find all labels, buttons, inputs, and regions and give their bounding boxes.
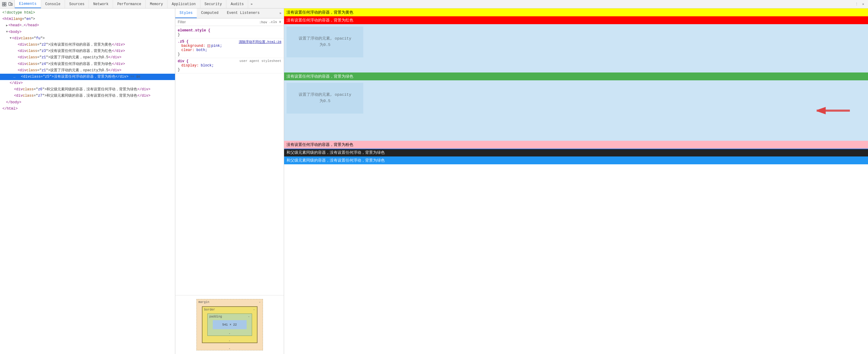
styles-filter-input[interactable]: [178, 20, 257, 24]
dom-line-z6[interactable]: <div class="z6"> 和父级元素同级的容器，没有设置任何浮动，背景为…: [0, 86, 175, 93]
margin-dash-top: -: [259, 300, 260, 304]
svg-rect-0: [2, 2, 4, 4]
page-float-element-1: 设置了浮动的元素, opacity为0.5: [286, 27, 363, 57]
box-size: 541 × 22: [222, 323, 237, 326]
more-options-button[interactable]: ⋮: [854, 2, 859, 7]
dom-line-div-fu[interactable]: ▼ <div class="fu">: [0, 35, 175, 42]
tab-security[interactable]: Security: [200, 0, 227, 8]
svg-rect-5: [11, 3, 12, 5]
border-dash: -: [253, 308, 255, 312]
tab-application[interactable]: Application: [167, 0, 200, 8]
border-label: border: [204, 308, 215, 312]
dom-line-body-close[interactable]: </body>: [0, 99, 175, 106]
tab-console[interactable]: Console: [41, 0, 65, 8]
toolbar-left-icons: [0, 0, 15, 8]
dom-line-z5-selected[interactable]: … <div class="z5"> 没有设置任何浮动的容器，背景为粉色 </d…: [0, 74, 175, 80]
page-float-element-2: 设置了浮动的元素, opacity为0.5: [286, 83, 363, 114]
styles-filter-row: :hov .cls +: [175, 19, 284, 26]
main-area: <!doctype html> <html lang="en"> ▶ <head…: [0, 8, 868, 354]
dom-line-z7[interactable]: <div class="z7"> 和父级元素同级的容器，没有设置任何浮动，背景为…: [0, 93, 175, 99]
dom-line-div-close[interactable]: </div>: [0, 80, 175, 86]
cls-button[interactable]: .cls: [269, 20, 277, 24]
tab-styles[interactable]: Styles: [175, 8, 197, 18]
dom-line-head[interactable]: ▶ <head>…</head>: [0, 22, 175, 29]
box-model-area: margin - border - padding - 541 × 22: [175, 295, 284, 354]
page-section-pink-selected: 没有设置任何浮动的容器，背景为粉色: [284, 141, 868, 149]
styles-content: element.style { } .z5 { 清除浮动不同位置.html:28…: [175, 26, 284, 295]
dom-line-z4[interactable]: <div class="z4"> 没有设置任何浮动的容器，背景为绿色 </div…: [0, 61, 175, 67]
margin-label: margin: [198, 300, 210, 304]
padding-dash: -: [248, 315, 250, 318]
dom-line-z3[interactable]: <div class="z3"> 没有设置任何浮动的容器，背景为红色 </div…: [0, 48, 175, 54]
page-section-red: 没有设置任何浮动的容器，背景为红色: [284, 16, 868, 24]
svg-rect-2: [4, 2, 6, 4]
dom-line-html-close[interactable]: </html>: [0, 106, 175, 112]
tab-event-listeners[interactable]: Event Listeners: [223, 8, 264, 18]
nav-tabs: Elements Console Sources Network Perform…: [15, 0, 852, 8]
dom-line-doctype[interactable]: <!doctype html>: [0, 10, 175, 16]
tab-performance[interactable]: Performance: [113, 0, 146, 8]
rule-source-z5[interactable]: 清除浮动不同位置.html:28: [239, 39, 281, 44]
tab-sources[interactable]: Sources: [65, 0, 89, 8]
styles-tabs-bar: Styles Computed Event Listeners »: [175, 8, 284, 19]
page-section-black: 和父级元素同级的容器，没有设置任何浮动，背景为绿色: [284, 149, 868, 157]
page-section-float1: 设置了浮动的元素, opacity为0.5: [284, 24, 868, 72]
device-toolbar-icon[interactable]: [8, 2, 13, 7]
more-tabs-button[interactable]: »: [248, 0, 255, 8]
box-content-layer: 541 × 22: [213, 320, 247, 329]
svg-rect-1: [2, 4, 4, 6]
box-model-diagram: margin - border - padding - 541 × 22: [196, 299, 263, 350]
dom-line-z2[interactable]: <div class="z2"> 没有设置任何浮动的容器，背景为黄色 </div…: [0, 42, 175, 48]
tab-audits[interactable]: Audits: [226, 0, 248, 8]
page-section-yellow: 没有设置任何浮动的容器，背景为黄色: [284, 8, 868, 16]
tab-network[interactable]: Network: [89, 0, 113, 8]
tab-computed[interactable]: Computed: [197, 8, 223, 18]
style-rule-div: div { user agent stylesheet display: blo…: [175, 58, 284, 73]
add-style-button[interactable]: +: [279, 20, 281, 25]
page-section-green: 没有设置任何浮动的容器，背景为绿色: [284, 72, 868, 81]
hov-button[interactable]: :hov: [259, 20, 268, 24]
style-rule-element: element.style { }: [175, 27, 284, 38]
dom-panel[interactable]: <!doctype html> <html lang="en"> ▶ <head…: [0, 8, 175, 354]
dom-line-body-open[interactable]: ▼ <body>: [0, 29, 175, 35]
arrow-right-2: [814, 105, 850, 119]
padding-label: padding: [210, 315, 222, 318]
devtools-toolbar: Elements Console Sources Network Perform…: [0, 0, 868, 8]
inspect-element-icon[interactable]: [2, 2, 7, 7]
svg-rect-3: [4, 4, 6, 6]
dom-line-z1-second[interactable]: <div class="z1"> 设置了浮动的元素，opacity为0.5 </…: [0, 67, 175, 74]
page-panel: 没有设置任何浮动的容器，背景为黄色 没有设置任何浮动的容器，背景为红色 设置了浮…: [284, 8, 868, 354]
page-content: 没有设置任何浮动的容器，背景为黄色 没有设置任何浮动的容器，背景为红色 设置了浮…: [284, 8, 868, 354]
toolbar-actions: ⋮ ✕: [852, 0, 868, 8]
dom-line-z1-first[interactable]: <div class="z1"> 设置了浮动的元素，opacity为0.5 </…: [0, 54, 175, 61]
close-devtools-button[interactable]: ✕: [861, 2, 866, 7]
page-section-blue: 和父级元素同级的容器，没有设置任何浮动，背景为绿色: [284, 157, 868, 164]
page-section-float2: 设置了浮动的元素, opacity为0.5: [284, 81, 868, 141]
tab-memory[interactable]: Memory: [146, 0, 167, 8]
styles-more-tabs[interactable]: »: [277, 8, 284, 18]
color-swatch-pink: [207, 44, 210, 47]
styles-panel: Styles Computed Event Listeners » :hov .…: [175, 8, 284, 354]
style-rule-z5: .z5 { 清除浮动不同位置.html:28 background: pink;…: [175, 38, 284, 58]
dom-line-html[interactable]: <html lang="en">: [0, 16, 175, 22]
tab-elements[interactable]: Elements: [15, 0, 41, 8]
svg-rect-4: [9, 2, 11, 5]
